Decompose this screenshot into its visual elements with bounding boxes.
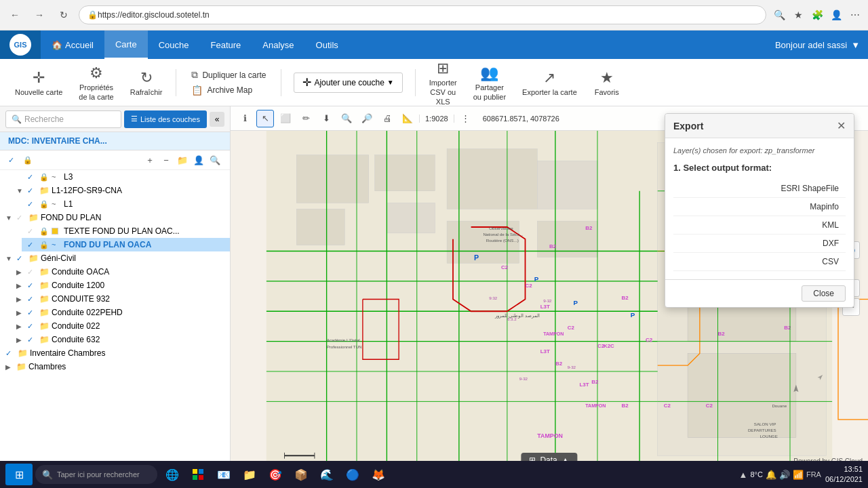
- select-tool-button[interactable]: ↖: [256, 110, 274, 127]
- edit-tool-button[interactable]: ✏: [297, 110, 315, 127]
- layers-tab[interactable]: ☰ Liste des couches: [124, 110, 207, 128]
- svg-text:TAMPON: TAMPON: [543, 331, 564, 337]
- info-tool-button[interactable]: ℹ: [236, 110, 254, 127]
- add-layer-ctrl-button[interactable]: +: [143, 153, 157, 167]
- back-button[interactable]: ←: [5, 5, 24, 24]
- taskbar-app-teams[interactable]: 🎯: [263, 462, 288, 487]
- volume-icon[interactable]: 🔊: [779, 470, 790, 480]
- properties-button[interactable]: ⚙ Propriétés de la carte: [72, 63, 120, 102]
- add-layer-button[interactable]: ✛ Ajouter une couche ▼: [294, 73, 402, 93]
- zoom-icon[interactable]: 🔍: [772, 7, 787, 22]
- layer-item-texte-fond[interactable]: ✓ 🔒 TEXTE FOND DU PLAN OAC...: [22, 224, 230, 238]
- nav-couche[interactable]: Couche: [148, 30, 200, 59]
- app-logo: GIS: [0, 30, 41, 59]
- refresh-icon: ↻: [140, 69, 153, 87]
- folder-icon: 📁: [39, 186, 49, 195]
- folder-button[interactable]: 📁: [176, 153, 189, 167]
- favorites-button[interactable]: ★ Favoris: [587, 63, 627, 102]
- format-esri-shapefile[interactable]: ESRI ShapeFile: [673, 180, 846, 198]
- nav-feature[interactable]: Feature: [200, 30, 252, 59]
- svg-rect-8: [537, 161, 597, 209]
- archive-map-button[interactable]: 📋 Archive Map: [187, 83, 270, 97]
- svg-text:P: P: [474, 253, 479, 262]
- taskbar-app-edge[interactable]: 🌊: [315, 462, 339, 487]
- layer-item-inventaire-chambres[interactable]: ✓ 📁 Inventaire Chambres: [0, 346, 230, 360]
- start-button[interactable]: ⊞: [5, 464, 33, 485]
- svg-text:9-32: 9-32: [543, 298, 552, 303]
- import-button[interactable]: ⊞ Importer CSV ou XLS: [422, 63, 464, 102]
- folder-icon: 📁: [18, 348, 27, 358]
- nav-carte[interactable]: Carte: [104, 30, 148, 59]
- user-button[interactable]: 👤: [192, 153, 205, 167]
- format-kml[interactable]: KML: [673, 216, 846, 235]
- layer-item-conduite-1200[interactable]: ▶ ✓ 📁 Conduite 1200: [11, 279, 230, 292]
- svg-rect-5: [387, 203, 435, 233]
- app-nav: 🏠 Accueil Carte Couche Feature Analyse O…: [41, 30, 775, 59]
- map-title: MDC: INVENTAIRE CHA...: [0, 132, 230, 150]
- dialog-close-btn[interactable]: Close: [802, 285, 846, 302]
- taskbar-search[interactable]: 🔍 Taper ici pour rechercher: [35, 465, 157, 484]
- account-icon[interactable]: 👤: [829, 7, 844, 22]
- layer-item-l1[interactable]: ✓ 🔒 ~ L1: [22, 197, 230, 211]
- menu-icon[interactable]: ⋯: [848, 7, 863, 22]
- export-map-button[interactable]: ↗ Exporter la carte: [515, 63, 584, 102]
- layer-item-l1-12fo[interactable]: ▼ ✓ 📁 L1-12FO-SR9-CNA: [11, 184, 230, 197]
- print-tool-button[interactable]: 🖨: [378, 110, 396, 127]
- user-section[interactable]: Bonjour adel sassi ▼: [775, 40, 860, 50]
- layer-item-fond-du-plan[interactable]: ▼ ✓ 📁 FOND DU PLAN: [0, 211, 230, 224]
- svg-text:TAMPON: TAMPON: [585, 403, 606, 409]
- bookmark-icon[interactable]: ★: [791, 7, 806, 22]
- nav-accueil[interactable]: 🏠 Accueil: [41, 30, 104, 59]
- network-icon[interactable]: ▲: [739, 470, 748, 480]
- svg-rect-88: [199, 475, 203, 480]
- layer-item-chambres[interactable]: ▶ 📁 Chambres: [0, 360, 230, 373]
- forward-button[interactable]: →: [30, 5, 49, 24]
- layer-item-genie-civil[interactable]: ▼ ✓ 📁 Géni-Civil: [0, 251, 230, 265]
- layer-item-fond-plan-oaca[interactable]: ✓ 🔒 ~ FOND DU PLAN OACA: [22, 238, 230, 251]
- logo-icon: GIS: [9, 34, 31, 56]
- address-bar[interactable]: 🔒 https://editor.giscloud.sotetel.tn: [79, 5, 766, 24]
- notification-icon[interactable]: 🔔: [766, 470, 776, 480]
- refresh-map-button[interactable]: ↻ Rafraîchir: [123, 63, 170, 102]
- collapse-panel-button[interactable]: «: [210, 112, 224, 127]
- rectangle-tool-button[interactable]: ⬜: [277, 110, 294, 127]
- search-input[interactable]: 🔍 Recherche: [5, 110, 121, 128]
- share-button[interactable]: 👥 Partager ou publier: [467, 63, 513, 102]
- taskbar-app-firefox[interactable]: 🦊: [366, 462, 391, 487]
- left-panel: 🔍 Recherche ☰ Liste des couches « MDC: I…: [0, 106, 231, 488]
- wifi-icon[interactable]: 📶: [793, 470, 804, 480]
- filter-layers-button[interactable]: 🔍: [208, 153, 222, 167]
- refresh-button[interactable]: ↻: [54, 5, 73, 24]
- format-csv[interactable]: CSV: [673, 253, 846, 271]
- nav-outils[interactable]: Outils: [305, 30, 349, 59]
- layer-item-conduite-oaca[interactable]: ▶ ✓ 📁 Conduite OACA: [11, 265, 230, 279]
- layer-item-conduite-022pehd[interactable]: ▶ ✓ 📁 Conduite 022PEHD: [11, 306, 230, 319]
- format-dxf[interactable]: DXF: [673, 235, 846, 253]
- zoom-out-tool-button[interactable]: 🔎: [358, 110, 376, 127]
- more-tools-button[interactable]: ⋮: [457, 110, 475, 127]
- ruler-tool-button[interactable]: 📐: [399, 110, 416, 127]
- taskbar-app-browser[interactable]: 🌐: [160, 462, 184, 487]
- layer-item-conduite-932[interactable]: ▶ ✓ 📁 CONDUITE 932: [11, 292, 230, 306]
- taskbar-app-files[interactable]: 📁: [237, 462, 262, 487]
- zoom-in-tool-button[interactable]: 🔍: [338, 110, 355, 127]
- remove-layer-button[interactable]: −: [159, 153, 173, 167]
- lock-all-icon: 🔒: [23, 156, 33, 165]
- layer-item-l3[interactable]: ✓ 🔒 ~ L3: [22, 170, 230, 184]
- map-coordinates: 608671.8571, 4078726: [477, 115, 565, 123]
- layer-controls: ✓ 🔒 + − 📁 👤 🔍: [0, 150, 230, 170]
- dialog-footer: Close: [665, 279, 854, 307]
- taskbar-app-explorer[interactable]: [186, 462, 210, 487]
- new-map-button[interactable]: ✛ Nouvelle carte: [8, 63, 69, 102]
- dialog-close-button[interactable]: ✕: [837, 119, 846, 132]
- layer-item-conduite-632[interactable]: ▶ ✓ 📁 Conduite 632: [11, 333, 230, 346]
- nav-analyse[interactable]: Analyse: [252, 30, 304, 59]
- download-tool-button[interactable]: ⬇: [317, 110, 335, 127]
- taskbar-app-chrome[interactable]: 🔵: [340, 462, 365, 487]
- taskbar-app-dropbox[interactable]: 📦: [289, 462, 313, 487]
- taskbar-app-outlook[interactable]: 📧: [212, 462, 236, 487]
- duplicate-map-button[interactable]: ⧉ Dupliquer la carte: [187, 68, 270, 82]
- layer-item-conduite-022[interactable]: ▶ ✓ 📁 Conduite 022: [11, 319, 230, 333]
- extension-icon[interactable]: 🧩: [810, 7, 825, 22]
- format-mapinfo[interactable]: Mapinfo: [673, 198, 846, 216]
